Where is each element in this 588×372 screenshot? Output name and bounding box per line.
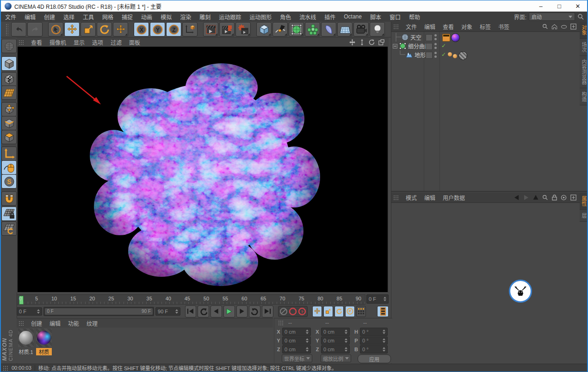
subdivision-visibility-dots[interactable]	[434, 43, 437, 49]
menu-tools[interactable]: 工具	[79, 13, 98, 21]
search-icon[interactable]	[577, 13, 584, 20]
viewport-menu-filter[interactable]: 过滤	[107, 38, 125, 46]
points-mode-button[interactable]	[1, 102, 17, 116]
current-frame-field[interactable]: 0 F	[17, 307, 42, 316]
record-icon[interactable]	[279, 307, 288, 316]
om-menu-edit[interactable]: 编辑	[421, 23, 439, 30]
scale-mode-dropdown[interactable]: 缩放比例	[321, 354, 351, 362]
menu-plugins[interactable]: 插件	[320, 13, 340, 21]
attribute-manager-grip[interactable]	[393, 195, 399, 200]
menu-motion-tracker[interactable]: 运动跟踪	[215, 13, 245, 21]
tab-takes[interactable]: 场次	[580, 39, 588, 56]
om-add-icon[interactable]	[570, 24, 576, 30]
undo-button[interactable]	[11, 22, 26, 37]
texture-mode-button[interactable]	[1, 72, 17, 86]
mat-menu-texture[interactable]: 纹理	[83, 319, 101, 327]
menu-create[interactable]: 创建	[40, 13, 59, 21]
interface-dropdown[interactable]: 启动	[529, 12, 575, 21]
om-search-icon[interactable]	[542, 24, 548, 30]
sky-visibility-dots[interactable]	[434, 34, 437, 40]
viewport-pan-icon[interactable]	[349, 39, 356, 46]
material-item-1[interactable]: 材质.1	[18, 329, 34, 355]
mat-menu-edit[interactable]: 编辑	[46, 319, 64, 327]
viewport-canvas[interactable]	[18, 47, 388, 292]
position-z-field[interactable]: 0 cm	[282, 345, 311, 354]
live-selection-button[interactable]	[48, 22, 63, 37]
collapse-expander-icon[interactable]	[393, 44, 397, 49]
landscape-enabled-check[interactable]: ✓	[441, 51, 446, 58]
mat-menu-create[interactable]: 创建	[27, 319, 46, 327]
size-y-field[interactable]: 0 cm	[321, 336, 350, 345]
om-menu-view[interactable]: 查看	[439, 23, 458, 30]
am-menu-edit[interactable]: 编辑	[421, 194, 439, 201]
panel-splitter[interactable]	[391, 191, 588, 192]
redo-button[interactable]	[27, 22, 43, 37]
polygons-mode-button[interactable]	[1, 130, 17, 144]
make-editable-button[interactable]	[1, 39, 17, 53]
key-parameter-toggle[interactable]: P	[345, 306, 355, 317]
edges-mode-button[interactable]	[1, 116, 17, 130]
sky-compositing-tag[interactable]	[442, 34, 450, 42]
render-view-button[interactable]	[203, 22, 218, 37]
am-add-icon[interactable]	[570, 195, 576, 201]
menu-octane[interactable]: Octane	[340, 13, 366, 20]
close-button[interactable]: ✕	[569, 1, 587, 12]
y-axis-lock-button[interactable]: Y	[150, 22, 165, 37]
am-lock-icon[interactable]	[552, 195, 557, 201]
rotate-tool-button[interactable]	[97, 22, 112, 37]
am-up-icon[interactable]	[533, 195, 538, 200]
frame-spinner[interactable]	[384, 297, 386, 301]
autokey-icon[interactable]	[289, 307, 297, 316]
viewport-toggle-icon[interactable]	[378, 39, 385, 46]
tab-attributes[interactable]: 属性	[580, 193, 588, 210]
key-rotation-toggle[interactable]	[334, 306, 344, 317]
spline-pen-button[interactable]	[272, 22, 288, 37]
timeline-ruler[interactable]: 051015202530354045505560657075808590	[17, 294, 365, 305]
viewport-grip[interactable]	[19, 40, 25, 45]
coordinates-grip[interactable]	[278, 320, 284, 325]
last-tool-button[interactable]	[113, 22, 128, 37]
render-picture-viewer-button[interactable]	[219, 22, 235, 37]
viewport-menu-cameras[interactable]: 摄像机	[46, 38, 70, 46]
move-tool-button[interactable]	[64, 22, 80, 37]
rotation-b-field[interactable]: 0 °	[360, 345, 388, 354]
viewport-menu-display[interactable]: 显示	[70, 38, 88, 46]
am-back-icon[interactable]	[514, 195, 520, 200]
minimize-button[interactable]: –	[532, 1, 550, 12]
menu-script[interactable]: 脚本	[366, 13, 385, 21]
menu-file[interactable]: 文件	[1, 13, 20, 21]
workplane-rotate-button[interactable]	[1, 221, 17, 236]
viewport-menu-panel[interactable]: 面板	[125, 38, 144, 46]
menu-help[interactable]: 帮助	[405, 13, 424, 21]
previous-key-button[interactable]	[198, 305, 209, 317]
cube-primitive-button[interactable]	[256, 22, 272, 37]
next-key-button[interactable]	[249, 305, 260, 317]
material-item-2[interactable]: 材质	[36, 329, 52, 355]
subdivision-enabled-check[interactable]: ✓	[441, 43, 446, 49]
position-y-field[interactable]: 0 cm	[282, 336, 311, 345]
menu-mesh[interactable]: 网格	[98, 13, 118, 21]
key-scale-toggle[interactable]	[323, 306, 333, 317]
render-settings-button[interactable]	[235, 22, 251, 37]
viewport-menu-options[interactable]: 选项	[88, 38, 107, 46]
menu-mograph[interactable]: 运动图形	[245, 13, 276, 21]
landscape-visibility-dots[interactable]	[434, 52, 437, 58]
snap-button[interactable]: S	[1, 174, 17, 189]
landscape-phong-tag[interactable]	[448, 52, 452, 56]
sky-layer-swatch[interactable]	[426, 34, 433, 41]
am-menu-mode[interactable]: 模式	[402, 194, 421, 201]
om-menu-file[interactable]: 文件	[402, 23, 421, 30]
am-search-icon[interactable]	[542, 195, 548, 201]
coordinate-system-dropdown[interactable]: 世界坐标	[282, 354, 312, 362]
keyframe-selection-button[interactable]	[377, 306, 389, 317]
title-bar[interactable]: CINEMA 4D R18.057 Studio (RC - R18) - [未…	[1, 0, 587, 12]
am-forward-icon[interactable]	[523, 195, 529, 200]
z-axis-lock-button[interactable]: Z	[166, 22, 181, 37]
tweak-mode-button[interactable]	[1, 160, 17, 175]
previous-frame-button[interactable]	[210, 305, 222, 317]
light-button[interactable]	[370, 22, 385, 37]
goto-start-button[interactable]	[185, 305, 197, 317]
landscape-phong-tag-2[interactable]	[453, 54, 457, 58]
cloner-button[interactable]	[305, 22, 320, 37]
viewport-menu-view[interactable]: 查看	[27, 38, 46, 46]
